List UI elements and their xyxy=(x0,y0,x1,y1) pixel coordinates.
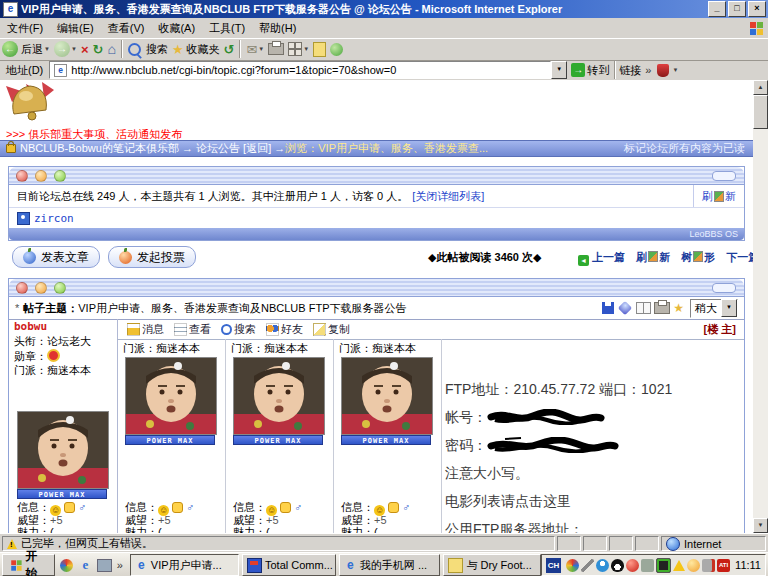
scrollbar-thumb[interactable] xyxy=(753,95,768,129)
new-post-button[interactable]: 发表文章 xyxy=(12,246,100,268)
discuss-button[interactable] xyxy=(313,42,326,57)
address-input[interactable]: e http://www.nbclub.net/cgi-bin/topic.cg… xyxy=(49,61,551,79)
book-icon[interactable] xyxy=(636,302,651,314)
search-button[interactable]: 搜索 xyxy=(128,42,168,57)
edit-caret-icon[interactable]: ▼ xyxy=(303,46,309,52)
search-post-button[interactable]: 搜索 xyxy=(221,322,256,337)
post-toolbar: 消息 查看 搜索 好友 复制 [楼 主] xyxy=(117,319,744,340)
print-topic-icon[interactable] xyxy=(654,302,670,314)
message-button[interactable]: 消息 xyxy=(127,322,164,337)
font-size-select[interactable]: 稍大 ▼ xyxy=(690,299,738,318)
tray-pen-icon[interactable] xyxy=(581,559,594,572)
redaction-scribble xyxy=(487,437,619,453)
question-icon[interactable] xyxy=(618,301,632,315)
tree-view-link[interactable]: 树形 xyxy=(681,251,715,263)
prev-link[interactable]: 上一篇 xyxy=(592,251,625,263)
forward-caret-icon[interactable]: ▼ xyxy=(71,46,77,52)
tray-gray-app-icon[interactable] xyxy=(641,559,654,572)
home-button[interactable]: ⌂ xyxy=(107,41,115,57)
tray-volume-icon[interactable] xyxy=(702,559,715,572)
close-button[interactable]: × xyxy=(748,1,766,17)
vertical-scrollbar[interactable]: ▲ ▼ xyxy=(753,80,768,533)
tray-face-icon[interactable] xyxy=(687,559,700,572)
save-icon[interactable] xyxy=(602,302,614,314)
stop-button[interactable]: × xyxy=(81,42,89,57)
panel-refresh-link[interactable]: 刷 新 xyxy=(693,185,744,207)
male-icon: ♂ xyxy=(186,501,194,513)
prestige-row: 威望：+5 xyxy=(125,515,171,526)
friend-button[interactable]: 好友 xyxy=(266,322,303,337)
favorites-button[interactable]: ★ 收藏夹 xyxy=(172,42,220,57)
breadcrumb-path[interactable]: NBCLUB-Bobwu的笔记本俱乐部 → 论坛公告 [返回] → xyxy=(20,141,285,156)
go-button[interactable]: → 转到 xyxy=(569,63,609,78)
notepad-icon xyxy=(448,558,463,573)
qq-icon[interactable] xyxy=(64,502,75,513)
qq-icon[interactable] xyxy=(280,502,291,513)
menu-favorites[interactable]: 收藏(A) xyxy=(151,19,202,38)
refresh-button[interactable]: ↻ xyxy=(93,42,104,57)
tray-monitor-icon[interactable] xyxy=(656,558,671,573)
back-button[interactable]: ← 后退 ▼ xyxy=(2,41,50,57)
copy-button[interactable]: 复制 xyxy=(313,322,350,337)
task-button-active[interactable]: e VIP用户申请... xyxy=(130,554,239,576)
taskbar-clock[interactable]: 11:11 xyxy=(735,559,761,571)
task-button[interactable]: Total Comm... xyxy=(242,554,336,576)
tray-red-app-icon[interactable] xyxy=(626,559,639,572)
font-size-dropdown-icon[interactable]: ▼ xyxy=(721,299,737,317)
tray-qq-icon[interactable] xyxy=(611,559,624,572)
quick-launch-item[interactable] xyxy=(97,557,113,574)
windows-logo-icon xyxy=(10,559,21,571)
address-dropdown-button[interactable]: ▼ xyxy=(551,61,567,79)
view-button[interactable]: 查看 xyxy=(174,322,211,337)
menu-help[interactable]: 帮助(H) xyxy=(252,19,303,38)
antivirus-icon[interactable] xyxy=(657,64,669,77)
menu-tools[interactable]: 工具(T) xyxy=(202,19,252,38)
tray-ati-icon[interactable]: ATI xyxy=(717,559,730,572)
media-icon xyxy=(60,559,73,572)
start-label: 开始 xyxy=(25,548,48,576)
menu-view[interactable]: 查看(V) xyxy=(101,19,152,38)
restore-button[interactable]: □ xyxy=(728,1,746,17)
links-label[interactable]: 链接 xyxy=(619,63,641,78)
quick-launch-item[interactable]: e xyxy=(77,557,93,574)
edit-grid-icon xyxy=(288,42,302,56)
print-button[interactable] xyxy=(268,43,284,55)
qq-icon[interactable] xyxy=(172,502,183,513)
task-button[interactable]: 与 Dry Foot... xyxy=(443,554,541,576)
movie-list-line[interactable]: 电影列表请点击这里 xyxy=(445,487,745,515)
quick-launch-item[interactable] xyxy=(58,557,74,574)
next-link[interactable]: 下一篇 xyxy=(726,251,753,263)
prev-arrow-icon[interactable]: ◄ xyxy=(578,255,589,266)
start-button[interactable]: 开始 xyxy=(2,554,55,576)
history-button[interactable]: ↺ xyxy=(224,42,235,57)
mail-button[interactable]: ✉ ▼ xyxy=(246,42,264,57)
back-caret-icon[interactable]: ▼ xyxy=(44,46,50,52)
power-max-banner: POWER MAX xyxy=(341,435,431,445)
minimize-button[interactable]: _ xyxy=(708,1,726,17)
language-indicator[interactable]: CH xyxy=(546,558,561,573)
scroll-down-button[interactable]: ▼ xyxy=(753,518,768,533)
quick-launch-chevron-icon[interactable]: » xyxy=(117,559,123,571)
profile-card: POWER MAX 信息：☺♂ 威望：+5 魅力：( 经验： 现金：41814 … xyxy=(11,319,115,533)
mail-caret-icon[interactable]: ▼ xyxy=(258,46,264,52)
mark-all-read-link[interactable]: 标记论坛所有内容为已读 xyxy=(624,141,745,156)
sect-line: 门派：痴迷本本 xyxy=(123,341,223,356)
task-button[interactable]: e 我的手机网 ... xyxy=(339,554,441,576)
tray-messenger-icon[interactable] xyxy=(596,559,609,572)
messenger-button[interactable] xyxy=(330,43,343,56)
antivirus-caret-icon[interactable]: ▼ xyxy=(672,67,678,73)
links-chevron-icon[interactable]: » xyxy=(645,64,651,76)
forward-button[interactable]: → ▼ xyxy=(54,41,77,57)
viewer-link[interactable]: zircon xyxy=(34,212,74,225)
menu-edit[interactable]: 编辑(E) xyxy=(50,19,101,38)
favorite-topic-icon[interactable]: ★ xyxy=(673,301,684,315)
new-vote-button[interactable]: 发起投票 xyxy=(108,246,196,268)
edit-button[interactable]: ▼ xyxy=(288,42,309,56)
scroll-up-button[interactable]: ▲ xyxy=(753,80,768,95)
menu-file[interactable]: 文件(F) xyxy=(0,19,50,38)
close-detail-link[interactable]: [关闭详细列表] xyxy=(412,189,484,204)
tray-pinwheel-icon[interactable] xyxy=(566,559,579,572)
refresh-link[interactable]: 刷新 xyxy=(636,251,670,263)
qq-icon[interactable] xyxy=(388,502,399,513)
tray-warning-icon[interactable] xyxy=(673,560,685,571)
